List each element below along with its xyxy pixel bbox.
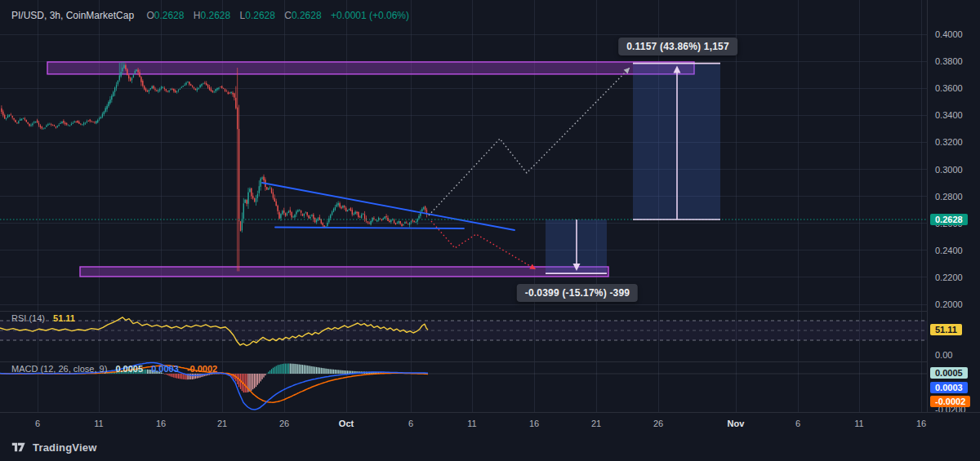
time-tick-16: 16 <box>916 419 926 428</box>
time-tick-26: 26 <box>279 419 289 428</box>
price-tick-0.2200: 0.2200 <box>935 273 963 282</box>
time-tick-11: 11 <box>467 419 476 428</box>
price-tick-0.4000: 0.4000 <box>935 29 963 39</box>
rsi-value: 51.11 <box>53 313 75 323</box>
resistance-zone <box>47 62 694 74</box>
price-tick-0.3000: 0.3000 <box>935 165 963 175</box>
macd-legend[interactable]: MACD (12, 26, close, 9) 0.0005 0.0003 -0… <box>11 364 217 374</box>
price-tick-0.2000: 0.2000 <box>935 299 963 309</box>
change-value: +0.0001 (+0.06%) <box>331 10 409 21</box>
time-tick-21: 21 <box>217 419 227 428</box>
wedge-lower <box>275 228 464 229</box>
tradingview-chart-window: PI/USD, 3h, CoinMarketCap O0.2628 H0.262… <box>0 0 980 461</box>
short-projection-label: -0.0399 (-15.17%) -399 <box>517 284 638 302</box>
time-tick-11: 11 <box>94 419 103 428</box>
price-tick-0.3800: 0.3800 <box>935 56 963 66</box>
symbol-title[interactable]: PI/USD, 3h, CoinMarketCap <box>11 10 134 21</box>
price-tick-0.3600: 0.3600 <box>935 83 963 93</box>
price-axis[interactable]: 0.40000.38000.36000.34000.32000.30000.28… <box>927 0 980 433</box>
time-tick-Nov: Nov <box>728 419 745 428</box>
open-value: 0.2628 <box>154 10 185 21</box>
time-axis[interactable]: 611162126Oct611162126Nov61116 <box>0 412 980 433</box>
macd-value-badge-1: 0.0005 <box>930 367 968 379</box>
long-projection-label: 0.1157 (43.86%) 1,157 <box>618 38 737 55</box>
price-tick-0.3200: 0.3200 <box>935 137 963 147</box>
time-tick-6: 6 <box>35 419 40 428</box>
current-price-badge: 0.2628 <box>930 214 968 225</box>
rsi-value-badge: 51.11 <box>930 324 962 335</box>
macd-value-badge-3: -0.0002 <box>930 396 970 407</box>
rsi-zero-tick: 0.00 <box>935 350 952 360</box>
support-zone <box>80 267 608 277</box>
time-tick-11: 11 <box>854 419 863 428</box>
price-tick-0.2400: 0.2400 <box>935 246 963 255</box>
open-label: O <box>146 10 154 21</box>
time-tick-21: 21 <box>591 419 601 428</box>
projection-boxes[interactable] <box>546 64 720 274</box>
rsi-title: RSI (14) <box>11 313 45 323</box>
macd-hist-value: 0.0005 <box>115 364 143 374</box>
price-tick-0.3400: 0.3400 <box>935 110 963 120</box>
time-tick-6: 6 <box>408 419 413 428</box>
time-tick-16: 16 <box>156 419 166 428</box>
time-tick-26: 26 <box>653 419 663 428</box>
macd-signal-value: -0.0002 <box>187 364 217 374</box>
low-value: 0.2628 <box>245 10 275 21</box>
close-value: 0.2628 <box>292 10 322 21</box>
candles-layer <box>1 62 427 272</box>
close-label: C <box>284 10 292 21</box>
macd-title: MACD (12, 26, close, 9) <box>11 364 107 374</box>
macd-value-badge-2: 0.0003 <box>930 382 968 393</box>
high-value: 0.2628 <box>200 10 230 21</box>
time-tick-Oct: Oct <box>339 419 354 428</box>
tradingview-brand-text[interactable]: TradingView <box>33 441 97 454</box>
bottom-toolbar: TradingView <box>0 433 980 461</box>
symbol-legend[interactable]: PI/USD, 3h, CoinMarketCap O0.2628 H0.262… <box>11 10 409 21</box>
rsi-legend[interactable]: RSI (14) 51.11 <box>11 313 75 323</box>
time-tick-6: 6 <box>795 419 800 428</box>
tradingview-logo-icon[interactable] <box>11 441 27 454</box>
price-tick-0.2800: 0.2800 <box>935 192 963 202</box>
time-tick-16: 16 <box>529 419 539 428</box>
macd-line-value: 0.0003 <box>151 364 179 374</box>
